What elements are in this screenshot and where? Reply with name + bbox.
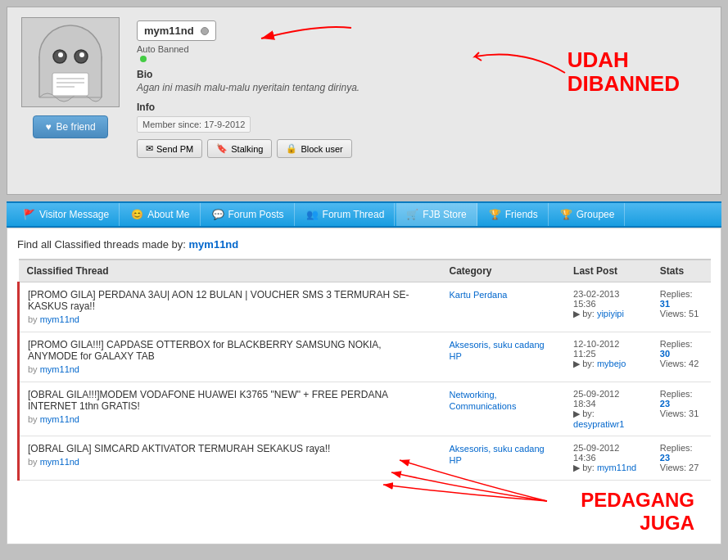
page-wrapper: ♥ Be friend mym11nd Auto Banned Bio Agan… <box>0 7 728 544</box>
thread-cell: [PROMO GILA] PERDANA 3AU| AON 12 BULAN |… <box>19 282 441 332</box>
col-classified-thread: Classified Thread <box>19 260 441 282</box>
thread-title[interactable]: [PROMO GILA!!!] CAPDASE OTTERBOX for BLA… <box>28 339 433 362</box>
stats-info: Replies: 23 Views: 31 <box>660 389 703 418</box>
last-post-user-link[interactable]: desypratiwr1 <box>573 419 624 429</box>
tab-about-me[interactable]: 😊 About Me <box>121 203 200 226</box>
table-row: [PROMO GILA] PERDANA 3AU| AON 12 BULAN |… <box>19 282 712 332</box>
avatar-image <box>21 17 120 107</box>
last-post-cell: 12-10-2012 11:25 ▶ by: mybejo <box>565 332 652 382</box>
svg-rect-8 <box>52 73 88 96</box>
block-icon: 🔒 <box>286 143 297 154</box>
thread-author-link[interactable]: mym11nd <box>40 314 79 324</box>
tab-fjb-store[interactable]: 🛒 FJB Store <box>396 203 477 226</box>
stalking-label: Stalking <box>231 144 263 154</box>
post-icon: ▶ <box>573 463 580 472</box>
replies-link[interactable]: 23 <box>660 453 670 463</box>
username-link[interactable]: mym11nd <box>189 238 239 251</box>
thread-by: by mym11nd <box>28 364 79 374</box>
stalking-button[interactable]: 🔖 Stalking <box>207 139 272 158</box>
last-post-user-link[interactable]: mybejo <box>597 359 626 368</box>
last-post-info: 25-09-2012 14:36 ▶ by: mym11nd <box>573 443 644 473</box>
thread-author-link[interactable]: mym11nd <box>40 457 79 467</box>
category-link[interactable]: Aksesoris, suku cadang HP <box>450 340 545 361</box>
content-area: Find all Classified threads made by: mym… <box>7 228 721 544</box>
member-since: Member since: 17-9-2012 <box>137 116 251 133</box>
svg-point-7 <box>79 52 84 57</box>
online-dot <box>140 56 147 62</box>
post-icon: ▶ <box>573 409 580 418</box>
banned-annotation-line1: UDAH <box>567 48 680 72</box>
thread-cell: [PROMO GILA!!!] CAPDASE OTTERBOX for BLA… <box>19 332 441 382</box>
send-pm-label: Send PM <box>156 144 193 154</box>
block-user-label: Block user <box>301 144 342 154</box>
last-post-info: 12-10-2012 11:25 ▶ by: mybejo <box>573 339 644 369</box>
send-pm-button[interactable]: ✉ Send PM <box>137 139 202 158</box>
post-icon: ▶ <box>573 309 580 318</box>
post-icon: ▶ <box>573 359 580 368</box>
pm-icon: ✉ <box>146 143 153 154</box>
tab-visitor-message[interactable]: 🚩 Visitor Message <box>13 203 120 226</box>
table-row: [PROMO GILA!!!] CAPDASE OTTERBOX for BLA… <box>19 332 712 382</box>
tab-friends[interactable]: 🏆 Friends <box>479 203 549 226</box>
last-post-cell: 23-02-2013 15:36 ▶ by: yipiyipi <box>565 282 652 332</box>
action-buttons: ✉ Send PM 🔖 Stalking 🔒 Block user <box>137 139 711 158</box>
banned-annotation-line2: DIBANNED <box>567 72 680 96</box>
block-user-button[interactable]: 🔒 Block user <box>277 139 351 158</box>
username: mym11nd <box>144 25 194 37</box>
groupee-icon: 🏆 <box>560 209 572 220</box>
tab-forum-posts[interactable]: 💬 Forum Posts <box>202 203 295 226</box>
heart-icon: ♥ <box>45 121 51 133</box>
table-header: Classified Thread Category Last Post Sta… <box>19 260 712 282</box>
banned-arrow-svg <box>426 24 573 89</box>
banned-annotation: UDAH DIBANNED <box>567 48 680 95</box>
replies-link[interactable]: 31 <box>660 299 670 309</box>
stats-cell: Replies: 31 Views: 51 <box>652 282 711 332</box>
find-threads-text: Find all Classified threads made by: mym… <box>17 238 711 251</box>
last-post-info: 23-02-2013 15:36 ▶ by: yipiyipi <box>573 289 644 319</box>
replies-link[interactable]: 23 <box>660 399 670 409</box>
svg-point-6 <box>58 52 63 57</box>
col-category: Category <box>441 260 566 282</box>
last-post-user-link[interactable]: yipiyipi <box>597 309 624 318</box>
category-link[interactable]: Networking, Communications <box>450 390 517 411</box>
friends-icon: 🏆 <box>489 209 501 220</box>
pedagang-annotation-area: PEDAGANG JUGA <box>17 489 711 534</box>
thread-title[interactable]: [PROMO GILA] PERDANA 3AU| AON 12 BULAN |… <box>28 289 433 312</box>
thread-author-link[interactable]: mym11nd <box>40 414 79 424</box>
thread-by: by mym11nd <box>28 457 79 467</box>
pedagang-arrows-svg <box>318 444 563 509</box>
tab-forum-thread[interactable]: 👥 Forum Thread <box>296 203 396 226</box>
category-link[interactable]: Kartu Perdana <box>450 290 508 300</box>
arrow-to-username <box>196 16 359 81</box>
forum-posts-icon: 💬 <box>212 209 224 220</box>
stats-cell: Replies: 23 Views: 31 <box>652 382 711 436</box>
category-cell: Kartu Perdana <box>441 282 566 332</box>
visitor-message-icon: 🚩 <box>23 209 35 220</box>
last-post-user-link[interactable]: mym11nd <box>597 463 636 472</box>
about-me-icon: 😊 <box>131 209 143 220</box>
stats-info: Replies: 30 Views: 42 <box>660 339 703 368</box>
avatar-svg <box>29 20 111 106</box>
avatar-area: ♥ Be friend <box>17 17 124 184</box>
thread-by: by mym11nd <box>28 414 79 424</box>
stats-info: Replies: 31 Views: 51 <box>660 289 703 318</box>
stats-cell: Replies: 30 Views: 42 <box>652 332 711 382</box>
stalking-icon: 🔖 <box>216 143 228 154</box>
be-friend-label: Be friend <box>57 121 96 133</box>
stats-info: Replies: 23 Views: 27 <box>660 443 703 472</box>
tab-groupee[interactable]: 🏆 Groupee <box>550 203 626 226</box>
col-last-post: Last Post <box>565 260 652 282</box>
replies-link[interactable]: 30 <box>660 349 670 359</box>
thread-author-link[interactable]: mym11nd <box>40 364 79 374</box>
category-cell: Networking, Communications <box>441 382 566 436</box>
last-post-cell: 25-09-2012 14:36 ▶ by: mym11nd <box>565 436 652 481</box>
thread-title[interactable]: [OBRAL GILA!!!]MODEM VODAFONE HUAWEI K37… <box>28 389 433 412</box>
fjb-store-icon: 🛒 <box>406 209 418 220</box>
thread-by: by mym11nd <box>28 314 79 324</box>
stats-cell: Replies: 23 Views: 27 <box>652 436 711 481</box>
table-row: [OBRAL GILA!!!]MODEM VODAFONE HUAWEI K37… <box>19 382 712 436</box>
info-label: Info <box>137 102 711 113</box>
last-post-cell: 25-09-2012 18:34 ▶ by: desypratiwr1 <box>565 382 652 436</box>
be-friend-button[interactable]: ♥ Be friend <box>33 115 107 138</box>
last-post-info: 25-09-2012 18:34 ▶ by: desypratiwr1 <box>573 389 644 429</box>
